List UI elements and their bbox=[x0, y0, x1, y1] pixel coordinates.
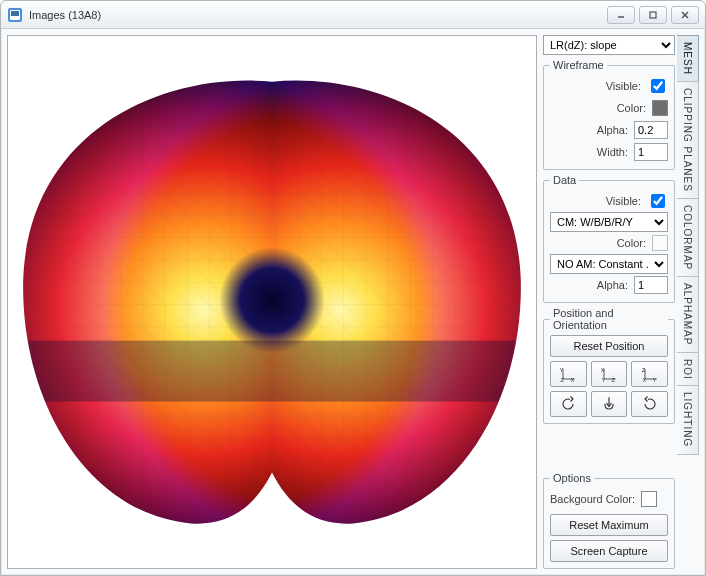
axis-xyz-button[interactable]: XYZ bbox=[591, 361, 628, 387]
work-area: LR(dZ): slope Wireframe Visible: Color: … bbox=[7, 35, 699, 569]
wireframe-legend: Wireframe bbox=[550, 59, 607, 71]
svg-text:Z: Z bbox=[561, 377, 565, 383]
svg-text:Y: Y bbox=[652, 377, 656, 383]
svg-text:Z: Z bbox=[611, 377, 615, 383]
maximize-button[interactable] bbox=[639, 6, 667, 24]
data-visible-label: Visible: bbox=[606, 195, 641, 207]
tab-mesh[interactable]: MESH bbox=[677, 35, 699, 82]
wireframe-group: Wireframe Visible: Color: Alpha: Wid bbox=[543, 59, 675, 170]
tab-alphamap[interactable]: ALPHAMAP bbox=[677, 276, 699, 352]
wireframe-alpha-label: Alpha: bbox=[597, 124, 628, 136]
field-selector[interactable]: LR(dZ): slope bbox=[543, 35, 675, 55]
side-panel: LR(dZ): slope Wireframe Visible: Color: … bbox=[543, 35, 675, 569]
data-visible-checkbox[interactable] bbox=[651, 194, 665, 208]
background-color-swatch[interactable] bbox=[641, 491, 657, 507]
svg-rect-4 bbox=[650, 12, 656, 18]
tab-colormap[interactable]: COLORMAP bbox=[677, 198, 699, 277]
axis-zxy-button[interactable]: ZXY bbox=[631, 361, 668, 387]
wireframe-width-label: Width: bbox=[597, 146, 628, 158]
colormap-select[interactable]: CM: W/B/B/R/Y bbox=[550, 212, 668, 232]
render-canvas[interactable] bbox=[7, 35, 537, 569]
titlebar: Images (13A8) bbox=[1, 1, 705, 29]
data-group: Data Visible: CM: W/B/B/R/Y Color: NO AM… bbox=[543, 174, 675, 303]
wireframe-alpha-input[interactable] bbox=[634, 121, 668, 139]
close-button[interactable] bbox=[671, 6, 699, 24]
window-frame: Images (13A8) bbox=[0, 0, 706, 576]
rotate-right-button[interactable] bbox=[631, 391, 668, 417]
wireframe-width-input[interactable] bbox=[634, 143, 668, 161]
wireframe-color-swatch[interactable] bbox=[652, 100, 668, 116]
alphamap-select[interactable]: NO AM: Constant . bbox=[550, 254, 668, 274]
screen-capture-button[interactable]: Screen Capture bbox=[550, 540, 668, 562]
app-icon bbox=[7, 7, 23, 23]
client-area: LR(dZ): slope Wireframe Visible: Color: … bbox=[1, 29, 705, 575]
svg-text:X: X bbox=[571, 377, 575, 383]
minimize-button[interactable] bbox=[607, 6, 635, 24]
rotate-down-button[interactable] bbox=[591, 391, 628, 417]
reset-position-button[interactable]: Reset Position bbox=[550, 335, 668, 357]
options-legend: Options bbox=[550, 472, 594, 484]
tab-roi[interactable]: ROI bbox=[677, 352, 699, 387]
window-controls bbox=[607, 6, 699, 24]
data-legend: Data bbox=[550, 174, 579, 186]
data-color-label: Color: bbox=[617, 237, 646, 249]
wireframe-visible-checkbox[interactable] bbox=[651, 79, 665, 93]
data-alpha-input[interactable] bbox=[634, 276, 668, 294]
data-alpha-label: Alpha: bbox=[597, 279, 628, 291]
position-legend: Position and Orientation bbox=[550, 307, 668, 331]
svg-text:X: X bbox=[642, 377, 646, 383]
svg-rect-13 bbox=[8, 36, 536, 564]
rotate-left-button[interactable] bbox=[550, 391, 587, 417]
background-color-label: Backgourd Color: bbox=[550, 493, 635, 505]
data-color-swatch bbox=[652, 235, 668, 251]
reset-maximum-button[interactable]: Reset Maximum bbox=[550, 514, 668, 536]
tab-lighting[interactable]: LIGHTING bbox=[677, 385, 699, 454]
wireframe-visible-label: Visible: bbox=[606, 80, 641, 92]
svg-text:Y: Y bbox=[601, 377, 605, 383]
svg-rect-2 bbox=[11, 11, 19, 16]
options-group: Options Backgourd Color: Reset Maximum S… bbox=[543, 472, 675, 569]
window-title: Images (13A8) bbox=[29, 9, 607, 21]
vertical-tabs: MESH CLIPPING PLANES COLORMAP ALPHAMAP R… bbox=[677, 35, 699, 569]
side-spacer bbox=[543, 428, 675, 468]
tab-clipping-planes[interactable]: CLIPPING PLANES bbox=[677, 81, 699, 199]
position-group: Position and Orientation Reset Position … bbox=[543, 307, 675, 424]
wireframe-color-label: Color: bbox=[617, 102, 646, 114]
axis-yzx-button[interactable]: YZX bbox=[550, 361, 587, 387]
